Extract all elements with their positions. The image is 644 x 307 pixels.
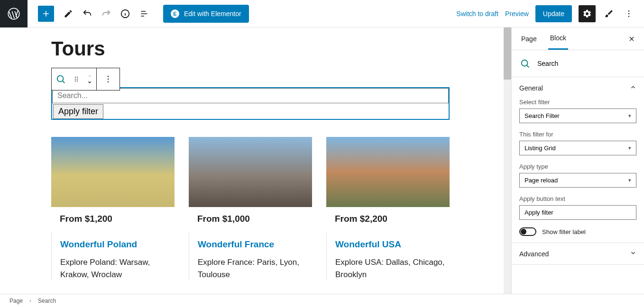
redo-icon[interactable]	[101, 8, 112, 19]
editor-topbar: E Edit with Elementor Switch to draft Pr…	[0, 0, 644, 27]
sidebar-tabs: Page Block	[512, 27, 644, 50]
section-general-title: General	[519, 84, 543, 92]
switch-to-draft-button[interactable]: Switch to draft	[456, 10, 498, 18]
apply-button-text-input[interactable]	[519, 205, 636, 220]
drag-handle-icon[interactable]	[70, 68, 83, 90]
chevron-down-icon: ▾	[628, 177, 631, 183]
edit-with-elementor-button[interactable]: E Edit with Elementor	[163, 5, 249, 23]
show-filter-label-toggle[interactable]	[519, 227, 536, 236]
wordpress-logo[interactable]	[0, 0, 28, 27]
this-filter-for-dropdown[interactable]: Listing Grid ▾	[519, 141, 636, 155]
listing-grid: From $1,200 Wonderful Poland Explore Pol…	[51, 137, 450, 280]
tour-card-description: Explore France: Paris, Lyon, Toulouse	[198, 256, 312, 280]
canvas-scrollbar[interactable]	[504, 27, 511, 294]
sidebar-section-advanced: Advanced	[512, 243, 644, 265]
svg-point-13	[108, 79, 109, 80]
svg-point-12	[108, 76, 109, 77]
edit-mode-icon[interactable]	[63, 8, 74, 19]
section-advanced-title: Advanced	[519, 250, 549, 258]
sidebar-block-name-label: Search	[537, 60, 558, 67]
move-up-down-icon[interactable]	[83, 68, 96, 90]
elementor-button-label: Edit with Elementor	[184, 10, 241, 18]
select-filter-label: Select filter	[519, 99, 636, 106]
svg-point-11	[77, 81, 78, 81]
info-icon[interactable]	[120, 8, 131, 19]
tour-card-image	[326, 137, 450, 207]
breadcrumb-search[interactable]: Search	[38, 298, 56, 304]
select-filter-dropdown[interactable]: Search Filter ▾	[519, 108, 636, 123]
undo-icon[interactable]	[82, 8, 93, 19]
svg-point-2	[628, 10, 630, 11]
section-advanced-header[interactable]: Advanced	[519, 250, 636, 258]
svg-point-15	[522, 60, 528, 66]
svg-point-8	[75, 79, 76, 80]
tour-card: From $1,200 Wonderful Poland Explore Pol…	[51, 137, 175, 280]
svg-point-5	[57, 76, 64, 82]
svg-point-6	[75, 77, 76, 78]
tour-card-description: Explore Poland: Warsaw, Krakow, Wroclaw	[60, 256, 175, 280]
tour-card-image	[189, 137, 312, 207]
section-general-header[interactable]: General	[519, 84, 636, 92]
scrollbar-thumb[interactable]	[504, 27, 511, 80]
update-button[interactable]: Update	[535, 5, 572, 22]
show-filter-label-text: Show filter label	[542, 228, 586, 235]
more-options-icon[interactable]	[622, 7, 635, 20]
styles-icon[interactable]	[602, 7, 616, 20]
tour-card-price: From $1,200	[51, 214, 175, 224]
outline-icon[interactable]	[138, 8, 150, 19]
add-block-button[interactable]	[38, 6, 54, 22]
settings-icon[interactable]	[579, 5, 596, 22]
svg-point-9	[77, 79, 78, 80]
tab-block[interactable]: Block	[548, 27, 568, 50]
search-filter-block[interactable]: Apply filter	[51, 87, 450, 120]
close-sidebar-icon[interactable]	[627, 34, 636, 44]
tour-card: From $1,000 Wonderful France Explore Fra…	[189, 137, 312, 280]
elementor-icon: E	[171, 9, 179, 18]
svg-point-14	[108, 81, 109, 83]
tour-card-price: From $1,000	[189, 214, 312, 224]
tour-card-image	[51, 137, 175, 207]
svg-point-10	[75, 81, 76, 81]
this-filter-for-value: Listing Grid	[524, 144, 556, 152]
page-title[interactable]: Tours	[51, 39, 504, 59]
tour-card-title[interactable]: Wonderful USA	[335, 239, 450, 250]
chevron-down-icon: ▾	[628, 113, 631, 119]
block-type-icon[interactable]	[52, 68, 70, 90]
tour-card-title[interactable]: Wonderful France	[198, 239, 312, 250]
tour-card-description: Explore USA: Dallas, Chicago, Brooklyn	[335, 256, 450, 280]
breadcrumb-separator-icon: ›	[29, 298, 31, 304]
tab-page[interactable]: Page	[519, 27, 539, 50]
apply-button-text-label: Apply button text	[519, 195, 636, 202]
sidebar-section-general: General Select filter Search Filter ▾ Th…	[512, 77, 644, 243]
tour-card-title[interactable]: Wonderful Poland	[60, 239, 175, 250]
preview-button[interactable]: Preview	[505, 10, 529, 18]
svg-point-3	[628, 13, 630, 14]
chevron-down-icon	[630, 250, 636, 258]
block-toolbar	[51, 68, 120, 90]
apply-type-dropdown[interactable]: Page reload ▾	[519, 173, 636, 188]
apply-type-label: Apply type	[519, 163, 636, 170]
select-filter-value: Search Filter	[524, 112, 560, 119]
sidebar-block-name: Search	[512, 50, 644, 77]
apply-type-value: Page reload	[524, 177, 558, 184]
svg-point-7	[77, 77, 78, 78]
chevron-up-icon	[630, 84, 636, 92]
tour-card-price: From $2,200	[326, 214, 450, 224]
search-icon	[519, 58, 531, 69]
svg-point-4	[628, 16, 630, 17]
canvas-wrap: Tours Apply filter From $1,200 Wonderful…	[0, 27, 511, 294]
block-more-icon[interactable]	[97, 68, 120, 90]
editor-main: Tours Apply filter From $1,200 Wonderful…	[0, 27, 644, 294]
chevron-down-icon: ▾	[628, 145, 631, 151]
breadcrumb: Page › Search	[0, 294, 644, 307]
breadcrumb-page[interactable]: Page	[9, 298, 23, 304]
apply-filter-button[interactable]: Apply filter	[53, 104, 103, 119]
this-filter-for-label: This filter for	[519, 131, 636, 138]
settings-sidebar: Page Block Search General Select filter	[511, 27, 644, 294]
tour-card: From $2,200 Wonderful USA Explore USA: D…	[326, 137, 450, 280]
